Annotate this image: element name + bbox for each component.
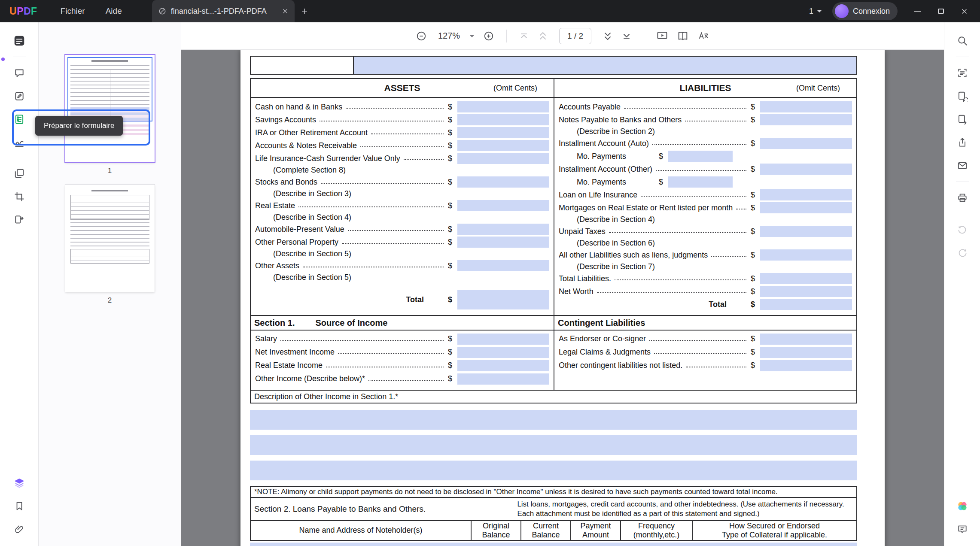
amount-field[interactable] xyxy=(457,373,549,385)
description-field[interactable] xyxy=(250,461,857,480)
next-page-button[interactable] xyxy=(603,31,613,41)
email-button[interactable] xyxy=(953,156,972,175)
form-field[interactable] xyxy=(354,57,856,74)
prepare-form-button[interactable] xyxy=(10,110,29,129)
organize-pages-button[interactable] xyxy=(10,164,29,183)
row-label: (Describe in Section 7) xyxy=(577,262,655,271)
pages-icon xyxy=(14,168,25,179)
search-icon xyxy=(957,35,968,46)
amount-field[interactable] xyxy=(457,127,549,138)
edit-pdf-button[interactable] xyxy=(10,87,29,106)
visible-area-indicator[interactable] xyxy=(67,57,152,121)
reader-button[interactable] xyxy=(10,31,29,50)
amount-field[interactable] xyxy=(457,237,549,248)
share-button[interactable] xyxy=(953,133,972,152)
print-button[interactable] xyxy=(953,188,972,207)
description-field[interactable] xyxy=(250,435,857,455)
minimize-button[interactable] xyxy=(908,3,928,20)
ai-assistant-button[interactable] xyxy=(953,497,972,516)
dollar-sign: $ xyxy=(448,103,452,112)
login-button[interactable]: Connexion xyxy=(832,2,898,20)
page-number-input[interactable]: 1 / 2 xyxy=(559,28,591,44)
amount-field[interactable] xyxy=(760,299,852,310)
table-row-field[interactable] xyxy=(250,543,857,546)
description-field[interactable] xyxy=(250,410,857,430)
amount-field[interactable] xyxy=(457,347,549,358)
amount-field[interactable] xyxy=(760,347,852,358)
amount-field[interactable] xyxy=(457,140,549,151)
ocr-button[interactable] xyxy=(953,64,972,82)
amount-field[interactable] xyxy=(668,176,733,188)
downloads-dropdown[interactable]: 1 xyxy=(809,7,822,16)
zoom-in-button[interactable] xyxy=(483,30,494,42)
previous-page-button[interactable] xyxy=(538,31,548,41)
first-page-button[interactable] xyxy=(519,31,529,41)
layers-button[interactable] xyxy=(10,473,29,492)
amount-field[interactable] xyxy=(760,273,852,284)
attachment-button[interactable] xyxy=(10,520,29,539)
amount-field[interactable] xyxy=(760,189,852,200)
amount-field[interactable] xyxy=(760,164,852,175)
amount-field[interactable] xyxy=(457,176,549,188)
maximize-button[interactable] xyxy=(931,3,951,20)
new-tab-button[interactable] xyxy=(301,7,308,15)
dotted-leader xyxy=(303,262,444,267)
last-page-button[interactable] xyxy=(621,31,632,41)
close-button[interactable] xyxy=(954,3,974,20)
amount-field[interactable] xyxy=(760,101,852,112)
amount-field[interactable] xyxy=(457,290,549,309)
menu-aide[interactable]: Aide xyxy=(106,6,122,16)
undo-button[interactable] xyxy=(953,221,972,240)
row-label: IRA or Other Retirement Account xyxy=(255,128,368,137)
amount-field[interactable] xyxy=(457,114,549,125)
amount-field[interactable] xyxy=(668,151,733,162)
amount-field[interactable] xyxy=(760,249,852,261)
thumbnail-page-2[interactable] xyxy=(65,185,155,292)
description-label: Description of Other Income in Section 1… xyxy=(254,392,398,401)
amount-field[interactable] xyxy=(457,260,549,271)
amount-field[interactable] xyxy=(760,114,852,125)
dollar-sign: $ xyxy=(751,227,755,236)
menu-fichier[interactable]: Fichier xyxy=(61,6,85,16)
form-row: Accounts Payable $ xyxy=(559,100,854,113)
search-button[interactable] xyxy=(953,31,972,50)
thumbnail-page-1[interactable] xyxy=(65,55,155,162)
dotted-leader xyxy=(609,228,746,233)
amount-field[interactable] xyxy=(457,101,549,112)
amount-field[interactable] xyxy=(457,334,549,345)
amount-field[interactable] xyxy=(457,360,549,371)
amount-field[interactable] xyxy=(457,224,549,235)
chevron-up-icon xyxy=(538,31,548,41)
zoom-out-button[interactable] xyxy=(416,30,427,42)
amount-field[interactable] xyxy=(760,226,852,237)
feedback-button[interactable] xyxy=(953,520,972,539)
amount-field[interactable] xyxy=(760,360,852,371)
extract-page-button[interactable] xyxy=(953,87,972,106)
amount-field[interactable] xyxy=(457,200,549,211)
amount-field[interactable] xyxy=(760,202,852,213)
translate-button[interactable] xyxy=(697,30,709,42)
redo-button[interactable] xyxy=(953,244,972,263)
sign-button[interactable] xyxy=(10,133,29,152)
document-tab[interactable]: financial-st...-1-PDFA-PDFA xyxy=(152,0,295,22)
attachment-icon xyxy=(14,524,24,534)
liabilities-rows: Accounts Payable $ Notes Payable to Bank… xyxy=(554,98,856,315)
pdf-page: ASSETS (Omit Cents) LIABILITIES (Omit Ce… xyxy=(240,50,885,546)
comment-button[interactable] xyxy=(10,64,29,82)
crop-button[interactable] xyxy=(10,187,29,206)
form-row: Other Personal Property $ xyxy=(255,236,551,249)
zoom-level[interactable]: 127% xyxy=(438,31,460,41)
omit-cents-label: (Omit Cents) xyxy=(796,84,840,93)
presentation-button[interactable] xyxy=(656,30,668,42)
tab-close-icon[interactable] xyxy=(282,8,289,15)
zoom-dropdown-icon[interactable] xyxy=(469,35,475,37)
amount-field[interactable] xyxy=(760,138,852,149)
save-as-button[interactable] xyxy=(953,110,972,129)
amount-field[interactable] xyxy=(760,286,852,297)
row-label: Legal Claims & Judgments xyxy=(559,348,651,357)
two-page-view-button[interactable] xyxy=(677,30,689,42)
convert-button[interactable] xyxy=(10,210,29,229)
amount-field[interactable] xyxy=(760,334,852,345)
bookmark-button[interactable] xyxy=(10,497,29,516)
amount-field[interactable] xyxy=(457,153,549,164)
